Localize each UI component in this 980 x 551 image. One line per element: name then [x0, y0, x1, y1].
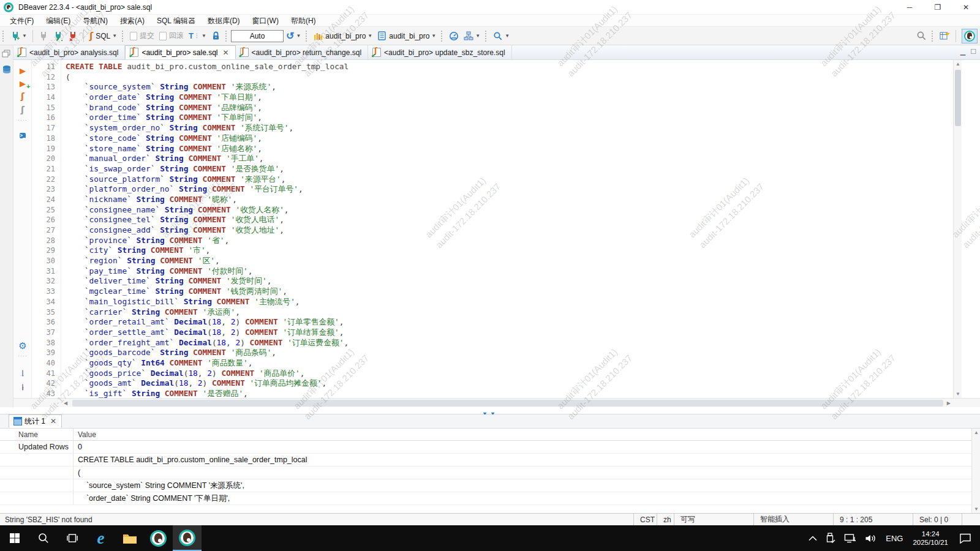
window-maximize-button[interactable]: ❐ — [924, 0, 952, 15]
dashboard-button[interactable] — [447, 30, 461, 42]
code-line[interactable]: `mgclear_time` String COMMENT '钱货两清时间', — [66, 287, 953, 297]
search-menu-button[interactable]: ▼ — [491, 30, 511, 42]
menu-item[interactable]: 编辑(E) — [40, 15, 77, 27]
menu-item[interactable]: 帮助(H) — [285, 15, 322, 27]
editor-vertical-scrollbar[interactable]: ▲ ▼ — [953, 60, 962, 398]
explain-plan-button[interactable]: ʃ — [17, 104, 28, 115]
window-minimize-button[interactable]: ─ — [895, 0, 924, 15]
code-line[interactable]: `region` String COMMENT '区', — [66, 256, 953, 266]
usb-tray-button[interactable] — [821, 525, 840, 551]
rollback-button[interactable]: 回滚 — [157, 29, 186, 42]
lock-button[interactable] — [209, 30, 222, 42]
editor-results-splitter[interactable]: ▼▼ — [0, 407, 980, 414]
open-perspective-button[interactable]: ★ — [938, 29, 952, 42]
code-line[interactable]: `store_name` String COMMENT '店铺名称', — [66, 144, 953, 154]
code-line[interactable]: `is_swap_order` String COMMENT '是否换货单', — [66, 164, 953, 174]
menu-item[interactable]: 文件(F) — [4, 15, 40, 27]
menu-item[interactable]: SQL 编辑器 — [151, 15, 202, 27]
script-error-log-button[interactable]: ! — [17, 380, 28, 391]
code-line[interactable]: `platform_order_no` String COMMENT '平台订单… — [66, 184, 953, 195]
maximize-editor-icon[interactable]: ☐ — [970, 48, 976, 56]
action-center-button[interactable] — [953, 525, 980, 551]
sql-editor-button[interactable]: ʃ SQL ▼ — [88, 31, 119, 42]
scroll-down-icon[interactable]: ▼ — [954, 391, 962, 397]
scrollbar-thumb[interactable] — [72, 400, 943, 407]
tab-statistics[interactable]: 统计 1 ✕ — [9, 414, 62, 428]
scroll-up-icon[interactable]: ▲ — [972, 430, 980, 435]
editor-tab[interactable]: ʃ✔<audit_bi_pro> analysis.sql — [13, 45, 125, 59]
menu-item[interactable]: 导航(N) — [77, 15, 114, 27]
task-view-button[interactable] — [58, 525, 86, 551]
tray-expand-button[interactable] — [804, 525, 821, 551]
execute-in-new-tab-button[interactable]: ▶+ — [17, 78, 28, 89]
code-line[interactable]: `brand_code` String COMMENT '品牌编码', — [66, 103, 953, 113]
code-line[interactable]: `source_platform` String COMMENT '来源平台', — [66, 174, 953, 185]
code-line[interactable]: `order_date` String COMMENT '下单日期', — [66, 92, 953, 103]
result-row[interactable]: Updated Rows0 — [0, 441, 980, 454]
start-button[interactable] — [0, 525, 29, 551]
code-line[interactable]: `consignee_add` String COMMENT '收货人地址', — [66, 225, 953, 236]
scrollbar-thumb[interactable] — [955, 70, 961, 126]
code-line[interactable]: `goods_price` Decimal(18, 2) COMMENT '商品… — [66, 369, 953, 379]
scroll-left-icon[interactable]: ◀ — [64, 399, 67, 408]
transaction-log-button[interactable]: ↺ ▼ — [284, 30, 303, 42]
volume-tray-button[interactable] — [861, 525, 881, 551]
column-header-value[interactable]: Value — [74, 430, 980, 439]
code-line[interactable]: `order_retail_amt` Decimal(18, 2) COMMEN… — [66, 317, 953, 328]
code-line[interactable]: `consignee_name` String COMMENT '收货人名称', — [66, 205, 953, 216]
result-row[interactable]: ( — [0, 467, 980, 479]
code-line[interactable]: `goods_qty` Int64 COMMENT '商品数量', — [66, 358, 953, 369]
dbeaver-taskbar-button[interactable] — [144, 525, 173, 551]
editor-settings-button[interactable]: ⚙ — [17, 340, 28, 351]
code-line[interactable]: `province` String COMMENT '省', — [66, 236, 953, 246]
database-navigator-icon[interactable] — [2, 65, 12, 77]
window-close-button[interactable]: ✕ — [952, 0, 980, 15]
taskbar-clock[interactable]: 14:24 2025/10/21 — [908, 530, 953, 547]
menu-item[interactable]: 搜索(A) — [114, 15, 151, 27]
network-tray-button[interactable] — [840, 525, 861, 551]
dbeaver-taskbar-button-active[interactable] — [173, 525, 202, 551]
scroll-down-icon[interactable]: ▼ — [972, 506, 980, 512]
code-line[interactable]: `store_code` String COMMENT '店铺编码', — [66, 133, 953, 144]
dbeaver-perspective-button[interactable] — [962, 29, 978, 43]
commit-button[interactable]: 提交 — [128, 29, 156, 42]
code-line[interactable]: `deliver_time` String COMMENT '发货时间', — [66, 276, 953, 287]
code-line[interactable]: `source_system` String COMMENT '来源系统', — [66, 82, 953, 92]
editor-tab[interactable]: ʃ✔<audit_bi_pro> return_change.sql — [236, 45, 368, 59]
code-line[interactable]: `city` String COMMENT '市', — [66, 246, 953, 256]
result-row[interactable]: `order_date` String COMMENT '下单日期', — [0, 492, 980, 505]
autocommit-combo[interactable]: Auto — [231, 30, 284, 42]
scroll-right-icon[interactable]: ▶ — [947, 399, 951, 408]
code-line[interactable]: `carrier` String COMMENT '承运商', — [66, 307, 953, 318]
result-row[interactable]: CREATE TABLE audit_bi_pro.custom_online_… — [0, 454, 980, 467]
close-icon[interactable]: ✕ — [223, 48, 229, 57]
quick-access-search-button[interactable] — [914, 29, 929, 42]
minimize-editor-icon[interactable]: ▁ — [960, 48, 965, 56]
code-line[interactable]: `goods_barcode` String COMMENT '商品条码', — [66, 348, 953, 358]
code-line[interactable]: `consignee_tel` String COMMENT '收货人电话', — [66, 215, 953, 225]
menu-item[interactable]: 窗口(W) — [246, 15, 285, 27]
code-line[interactable]: `system_order_no` String COMMENT '系统订单号'… — [66, 123, 953, 133]
menu-item[interactable]: 数据库(D) — [202, 15, 246, 27]
code-line[interactable]: `manual_order` String COMMENT '手工单', — [66, 154, 953, 164]
column-header-name[interactable]: Name — [0, 429, 74, 440]
code-line[interactable]: `pay_time` String COMMENT '付款时间', — [66, 266, 953, 277]
result-row[interactable]: `source_system` String COMMENT '来源系统', — [0, 479, 980, 492]
schema-selector[interactable]: audit_bi_pro ▼ — [375, 30, 438, 42]
code-line[interactable]: `order_freight_amt` Decimal(18, 2) COMME… — [66, 338, 953, 348]
language-indicator[interactable]: ENG — [881, 534, 908, 543]
disconnect-button[interactable] — [66, 30, 80, 42]
new-connection-button[interactable]: + ▼ — [9, 30, 29, 42]
connection-selector[interactable]: audit_bi_pro ▼ — [312, 30, 374, 42]
editor-horizontal-scrollbar[interactable]: ◀ ▶ — [13, 398, 980, 407]
reconnect-button[interactable] — [51, 30, 65, 42]
results-vertical-scrollbar[interactable]: ▲ ▼ — [971, 429, 980, 513]
execute-script-button[interactable]: ʃ — [17, 91, 28, 102]
restore-panel-icon[interactable] — [2, 49, 11, 60]
code-line[interactable]: `order_time` String COMMENT '下单时间', — [66, 113, 953, 123]
editor-tab[interactable]: ʃ✔<audit_bi_pro> sale.sql✕ — [125, 45, 235, 59]
transaction-mode-button[interactable]: T⋮ ▼ — [187, 30, 208, 42]
code-line[interactable]: ( — [66, 72, 953, 83]
file-explorer-button[interactable] — [115, 525, 144, 551]
scroll-up-icon[interactable]: ▲ — [954, 61, 962, 67]
